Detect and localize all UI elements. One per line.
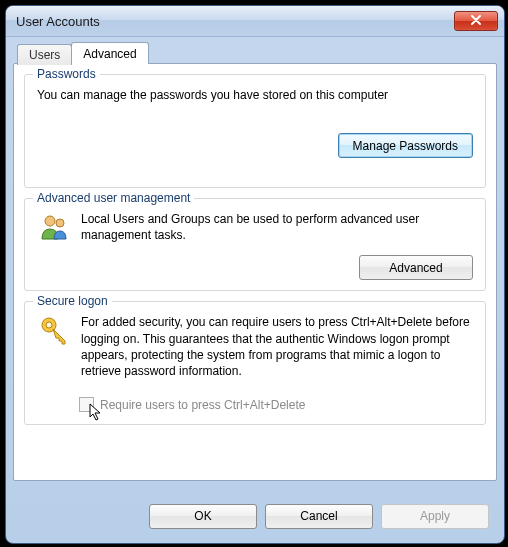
- dialog-footer: OK Cancel Apply: [13, 496, 497, 536]
- mouse-cursor-icon: [89, 403, 107, 421]
- group-secure-logon: Secure logon For added security, you can…: [24, 301, 486, 425]
- advanced-button[interactable]: Advanced: [359, 255, 473, 280]
- advanced-mgmt-text: Local Users and Groups can be used to pe…: [81, 211, 473, 243]
- group-title-advanced-mgmt: Advanced user management: [33, 191, 194, 205]
- apply-button: Apply: [381, 504, 489, 529]
- window-title: User Accounts: [16, 14, 454, 29]
- svg-point-3: [46, 322, 52, 328]
- require-cad-label: Require users to press Ctrl+Alt+Delete: [100, 398, 305, 412]
- group-passwords: Passwords You can manage the passwords y…: [24, 74, 486, 188]
- ok-button[interactable]: OK: [149, 504, 257, 529]
- user-accounts-window: User Accounts Users Advanced Passwords Y…: [5, 5, 505, 544]
- close-button[interactable]: [454, 11, 498, 31]
- svg-point-0: [45, 216, 55, 226]
- passwords-text: You can manage the passwords you have st…: [37, 87, 473, 103]
- client-area: Users Advanced Passwords You can manage …: [13, 40, 497, 536]
- tab-advanced[interactable]: Advanced: [71, 42, 148, 64]
- titlebar[interactable]: User Accounts: [6, 6, 504, 37]
- require-cad-checkbox-row: Require users to press Ctrl+Alt+Delete: [79, 397, 473, 412]
- close-icon: [471, 14, 481, 28]
- group-title-passwords: Passwords: [33, 67, 100, 81]
- tab-strip: Users Advanced: [13, 40, 497, 63]
- manage-passwords-button[interactable]: Manage Passwords: [338, 133, 473, 158]
- key-icon: [37, 314, 71, 346]
- secure-logon-text: For added security, you can require user…: [81, 314, 473, 379]
- group-advanced-user-management: Advanced user management Local Users and…: [24, 198, 486, 291]
- tab-panel-advanced: Passwords You can manage the passwords y…: [13, 63, 497, 481]
- tab-users[interactable]: Users: [17, 44, 72, 65]
- svg-point-1: [56, 219, 64, 227]
- group-title-secure-logon: Secure logon: [33, 294, 112, 308]
- cancel-button[interactable]: Cancel: [265, 504, 373, 529]
- users-icon: [37, 211, 71, 243]
